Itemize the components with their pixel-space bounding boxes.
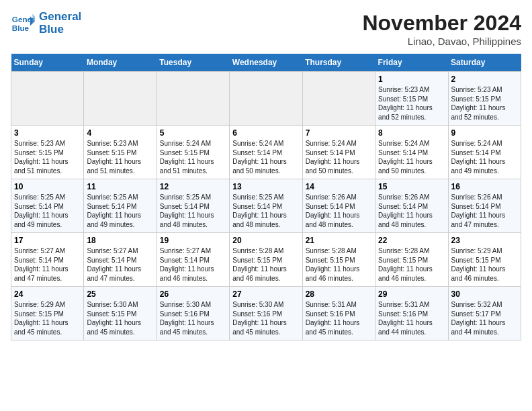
day-info: Sunrise: 5:24 AMSunset: 5:14 PMDaylight:… [451, 139, 518, 175]
day-info: Sunrise: 5:26 AMSunset: 5:14 PMDaylight:… [306, 193, 372, 229]
weekday-header-row: SundayMondayTuesdayWednesdayThursdayFrid… [11, 54, 521, 72]
calendar-cell: 8Sunrise: 5:24 AMSunset: 5:14 PMDaylight… [375, 126, 448, 179]
day-number: 5 [160, 128, 226, 138]
calendar-week-2: 3Sunrise: 5:23 AMSunset: 5:15 PMDaylight… [11, 126, 521, 179]
calendar-cell: 30Sunrise: 5:32 AMSunset: 5:17 PMDayligh… [448, 287, 521, 340]
calendar-week-3: 10Sunrise: 5:25 AMSunset: 5:14 PMDayligh… [11, 179, 521, 233]
logo-wordmark: General Blue [39, 11, 81, 36]
day-info: Sunrise: 5:27 AMSunset: 5:14 PMDaylight:… [160, 246, 226, 283]
calendar-cell: 11Sunrise: 5:25 AMSunset: 5:14 PMDayligh… [84, 179, 157, 233]
day-number: 21 [306, 236, 372, 245]
day-number: 1 [378, 75, 445, 84]
day-info: Sunrise: 5:24 AMSunset: 5:14 PMDaylight:… [232, 139, 299, 175]
title-block: November 2024 Linao, Davao, Philippines [362, 11, 521, 47]
day-info: Sunrise: 5:28 AMSunset: 5:15 PMDaylight:… [306, 246, 372, 283]
calendar-cell: 19Sunrise: 5:27 AMSunset: 5:14 PMDayligh… [157, 233, 229, 287]
calendar-cell: 24Sunrise: 5:29 AMSunset: 5:15 PMDayligh… [11, 287, 84, 340]
day-number: 17 [14, 236, 81, 245]
day-info: Sunrise: 5:30 AMSunset: 5:16 PMDaylight:… [160, 300, 226, 336]
calendar-cell [11, 72, 84, 126]
day-info: Sunrise: 5:23 AMSunset: 5:15 PMDaylight:… [87, 139, 153, 175]
calendar-cell: 25Sunrise: 5:30 AMSunset: 5:15 PMDayligh… [84, 287, 157, 340]
day-info: Sunrise: 5:25 AMSunset: 5:14 PMDaylight:… [87, 193, 153, 229]
weekday-header-sunday: Sunday [11, 54, 84, 72]
page-header: General Blue General Blue November 2024 … [11, 11, 521, 47]
calendar-cell: 23Sunrise: 5:29 AMSunset: 5:15 PMDayligh… [448, 233, 521, 287]
day-number: 30 [451, 289, 518, 299]
calendar-week-4: 17Sunrise: 5:27 AMSunset: 5:14 PMDayligh… [11, 233, 521, 287]
day-info: Sunrise: 5:23 AMSunset: 5:15 PMDaylight:… [451, 85, 518, 122]
day-info: Sunrise: 5:29 AMSunset: 5:15 PMDaylight:… [451, 246, 518, 283]
day-info: Sunrise: 5:25 AMSunset: 5:14 PMDaylight:… [160, 193, 226, 229]
day-number: 26 [160, 289, 226, 299]
day-number: 25 [87, 289, 153, 299]
calendar-cell: 10Sunrise: 5:25 AMSunset: 5:14 PMDayligh… [11, 179, 84, 233]
weekday-header-wednesday: Wednesday [230, 54, 302, 72]
day-number: 2 [451, 75, 518, 84]
day-info: Sunrise: 5:24 AMSunset: 5:14 PMDaylight:… [378, 139, 445, 175]
calendar-cell [230, 72, 302, 126]
day-number: 16 [451, 182, 518, 191]
day-number: 23 [451, 236, 518, 245]
day-info: Sunrise: 5:27 AMSunset: 5:14 PMDaylight:… [14, 246, 81, 283]
calendar-cell: 1Sunrise: 5:23 AMSunset: 5:15 PMDaylight… [375, 72, 448, 126]
calendar-week-1: 1Sunrise: 5:23 AMSunset: 5:15 PMDaylight… [11, 72, 521, 126]
weekday-header-thursday: Thursday [302, 54, 375, 72]
day-number: 14 [306, 182, 372, 191]
day-info: Sunrise: 5:23 AMSunset: 5:15 PMDaylight:… [378, 85, 445, 122]
calendar-cell: 5Sunrise: 5:24 AMSunset: 5:15 PMDaylight… [157, 126, 229, 179]
calendar-cell: 22Sunrise: 5:28 AMSunset: 5:15 PMDayligh… [375, 233, 448, 287]
day-info: Sunrise: 5:29 AMSunset: 5:15 PMDaylight:… [14, 300, 81, 336]
calendar-cell: 26Sunrise: 5:30 AMSunset: 5:16 PMDayligh… [157, 287, 229, 340]
day-info: Sunrise: 5:26 AMSunset: 5:14 PMDaylight:… [378, 193, 445, 229]
page-subtitle: Linao, Davao, Philippines [362, 36, 521, 47]
day-info: Sunrise: 5:28 AMSunset: 5:15 PMDaylight:… [378, 246, 445, 283]
calendar-header: SundayMondayTuesdayWednesdayThursdayFrid… [11, 54, 521, 72]
day-info: Sunrise: 5:26 AMSunset: 5:14 PMDaylight:… [451, 193, 518, 229]
calendar-cell: 28Sunrise: 5:31 AMSunset: 5:16 PMDayligh… [302, 287, 375, 340]
day-number: 12 [160, 182, 226, 191]
calendar-cell [84, 72, 157, 126]
day-number: 8 [378, 128, 445, 138]
logo-icon: General Blue [11, 11, 35, 36]
calendar-cell: 29Sunrise: 5:31 AMSunset: 5:16 PMDayligh… [375, 287, 448, 340]
day-info: Sunrise: 5:32 AMSunset: 5:17 PMDaylight:… [451, 300, 518, 336]
calendar-cell: 21Sunrise: 5:28 AMSunset: 5:15 PMDayligh… [302, 233, 375, 287]
weekday-header-monday: Monday [84, 54, 157, 72]
day-info: Sunrise: 5:28 AMSunset: 5:15 PMDaylight:… [232, 246, 299, 283]
calendar-cell: 6Sunrise: 5:24 AMSunset: 5:14 PMDaylight… [230, 126, 302, 179]
calendar-table: SundayMondayTuesdayWednesdayThursdayFrid… [11, 54, 521, 340]
day-info: Sunrise: 5:30 AMSunset: 5:16 PMDaylight:… [232, 300, 299, 336]
day-info: Sunrise: 5:31 AMSunset: 5:16 PMDaylight:… [378, 300, 445, 336]
calendar-cell: 18Sunrise: 5:27 AMSunset: 5:14 PMDayligh… [84, 233, 157, 287]
day-info: Sunrise: 5:25 AMSunset: 5:14 PMDaylight:… [14, 193, 81, 229]
day-info: Sunrise: 5:25 AMSunset: 5:14 PMDaylight:… [232, 193, 299, 229]
day-number: 7 [306, 128, 372, 138]
day-number: 13 [232, 182, 299, 191]
calendar-cell: 16Sunrise: 5:26 AMSunset: 5:14 PMDayligh… [448, 179, 521, 233]
calendar-cell [302, 72, 375, 126]
day-number: 18 [87, 236, 153, 245]
day-number: 28 [306, 289, 372, 299]
day-info: Sunrise: 5:30 AMSunset: 5:15 PMDaylight:… [87, 300, 153, 336]
day-number: 27 [232, 289, 299, 299]
day-info: Sunrise: 5:23 AMSunset: 5:15 PMDaylight:… [14, 139, 81, 175]
logo: General Blue General Blue [11, 11, 81, 36]
day-number: 11 [87, 182, 153, 191]
calendar-cell: 9Sunrise: 5:24 AMSunset: 5:14 PMDaylight… [448, 126, 521, 179]
day-number: 6 [232, 128, 299, 138]
calendar-cell: 2Sunrise: 5:23 AMSunset: 5:15 PMDaylight… [448, 72, 521, 126]
calendar-cell: 20Sunrise: 5:28 AMSunset: 5:15 PMDayligh… [230, 233, 302, 287]
day-info: Sunrise: 5:27 AMSunset: 5:14 PMDaylight:… [87, 246, 153, 283]
day-number: 10 [14, 182, 81, 191]
calendar-body: 1Sunrise: 5:23 AMSunset: 5:15 PMDaylight… [11, 72, 521, 340]
page-title: November 2024 [362, 11, 521, 36]
day-number: 29 [378, 289, 445, 299]
day-number: 15 [378, 182, 445, 191]
calendar-cell: 27Sunrise: 5:30 AMSunset: 5:16 PMDayligh… [230, 287, 302, 340]
day-number: 3 [14, 128, 81, 138]
calendar-cell: 15Sunrise: 5:26 AMSunset: 5:14 PMDayligh… [375, 179, 448, 233]
day-number: 4 [87, 128, 153, 138]
calendar-cell: 4Sunrise: 5:23 AMSunset: 5:15 PMDaylight… [84, 126, 157, 179]
day-info: Sunrise: 5:31 AMSunset: 5:16 PMDaylight:… [306, 300, 372, 336]
